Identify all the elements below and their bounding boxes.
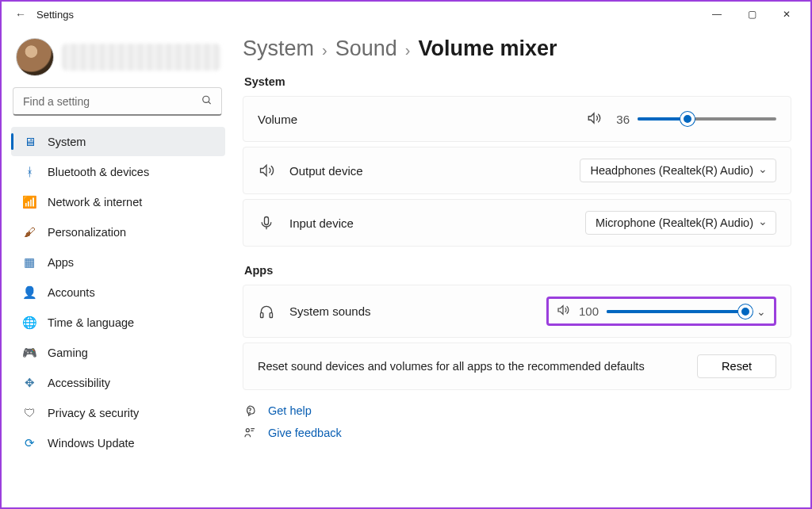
output-device-card: Output device Headphones (Realtek(R) Aud… <box>243 147 791 194</box>
nav-label: Apps <box>48 256 74 269</box>
gamepad-icon: 🎮 <box>22 346 36 360</box>
back-button[interactable]: ← <box>8 8 33 21</box>
bluetooth-icon: ᚼ <box>22 165 36 179</box>
nav-system[interactable]: 🖥System <box>11 127 225 156</box>
volume-value: 36 <box>611 113 630 126</box>
globe-clock-icon: 🌐 <box>22 316 36 330</box>
breadcrumb-sound[interactable]: Sound <box>335 36 397 61</box>
section-apps-heading: Apps <box>244 264 791 277</box>
person-icon: 👤 <box>22 285 36 300</box>
get-help-link[interactable]: Get help <box>268 404 312 417</box>
help-links: Get help Give feedback <box>243 404 791 439</box>
profile-header[interactable] <box>10 33 227 87</box>
page-title: Volume mixer <box>418 36 557 61</box>
input-label: Input device <box>289 216 354 230</box>
nav-time[interactable]: 🌐Time & language <box>11 308 225 337</box>
chevron-right-icon: › <box>405 41 411 59</box>
svg-point-10 <box>246 429 249 432</box>
speaker-icon[interactable] <box>557 304 569 319</box>
refresh-icon: ⟳ <box>22 436 36 450</box>
section-system-heading: System <box>244 75 791 88</box>
give-feedback-link[interactable]: Give feedback <box>268 427 342 439</box>
speaker-out-icon <box>258 163 275 178</box>
breadcrumb: System › Sound › Volume mixer <box>243 36 791 61</box>
headphones-icon <box>258 304 275 320</box>
nav-label: Time & language <box>48 316 134 329</box>
svg-point-9 <box>250 412 251 413</box>
svg-rect-4 <box>265 217 269 225</box>
nav-accessibility[interactable]: ✥Accessibility <box>11 368 225 397</box>
search-icon <box>201 95 213 109</box>
maximize-button[interactable]: ▢ <box>734 3 769 25</box>
minimize-button[interactable]: — <box>699 3 734 25</box>
reset-button[interactable]: Reset <box>697 354 776 378</box>
nav-list: 🖥System ᚼBluetooth & devices 📶Network & … <box>10 127 227 457</box>
avatar <box>16 38 54 76</box>
nav-label: Accounts <box>48 286 95 299</box>
volume-slider[interactable]: 36 <box>611 113 776 126</box>
nav-label: Windows Update <box>48 437 135 450</box>
input-device-select[interactable]: Microphone (Realtek(R) Audio) <box>585 211 776 235</box>
volume-card: Volume 36 <box>243 96 791 142</box>
nav-label: Accessibility <box>48 377 110 389</box>
window-controls: — ▢ ✕ <box>699 3 804 25</box>
svg-rect-7 <box>270 312 272 317</box>
nav-label: Personalization <box>48 226 126 239</box>
feedback-icon <box>243 427 257 439</box>
nav-label: Bluetooth & devices <box>48 166 149 178</box>
titlebar: ← Settings — ▢ ✕ <box>2 2 810 27</box>
speaker-icon[interactable] <box>587 111 601 128</box>
output-device-select[interactable]: Headphones (Realtek(R) Audio) <box>580 159 776 182</box>
nav-accounts[interactable]: 👤Accounts <box>11 277 225 307</box>
microphone-icon <box>258 215 275 231</box>
brush-icon: 🖌 <box>22 225 36 239</box>
system-sounds-card[interactable]: System sounds 100 ⌄ <box>243 285 791 338</box>
system-icon: 🖥 <box>22 135 36 149</box>
profile-name-redacted <box>62 44 220 71</box>
accessibility-icon: ✥ <box>22 376 36 390</box>
nav-network[interactable]: 📶Network & internet <box>11 187 225 216</box>
search-wrapper <box>13 87 222 116</box>
nav-personalization[interactable]: 🖌Personalization <box>11 217 225 247</box>
reset-card: Reset sound devices and volumes for all … <box>243 343 791 390</box>
svg-marker-3 <box>261 165 267 175</box>
sidebar: 🖥System ᚼBluetooth & devices 📶Network & … <box>2 27 232 507</box>
help-icon <box>243 404 257 417</box>
nav-bluetooth[interactable]: ᚼBluetooth & devices <box>11 157 225 186</box>
nav-label: Privacy & security <box>48 407 139 419</box>
chevron-right-icon: › <box>322 41 327 59</box>
main-content: System › Sound › Volume mixer System Vol… <box>232 27 810 507</box>
chevron-down-icon[interactable]: ⌄ <box>755 305 768 318</box>
shield-icon: 🛡 <box>22 406 36 420</box>
system-sounds-value: 100 <box>579 304 599 318</box>
input-device-card: Input device Microphone (Realtek(R) Audi… <box>243 199 791 247</box>
nav-gaming[interactable]: 🎮Gaming <box>11 338 225 367</box>
svg-line-1 <box>209 101 211 104</box>
nav-apps[interactable]: ▦Apps <box>11 247 225 277</box>
nav-label: Gaming <box>48 346 88 359</box>
system-sounds-label: System sounds <box>289 304 371 318</box>
highlighted-slider-box: 100 ⌄ <box>546 297 776 326</box>
output-label: Output device <box>289 164 363 178</box>
close-button[interactable]: ✕ <box>769 3 804 25</box>
nav-update[interactable]: ⟳Windows Update <box>11 428 225 457</box>
reset-text: Reset sound devices and volumes for all … <box>258 360 645 373</box>
search-input[interactable] <box>13 87 222 116</box>
nav-label: Network & internet <box>48 196 142 209</box>
breadcrumb-system[interactable]: System <box>243 36 314 61</box>
system-sounds-slider[interactable]: 100 <box>579 304 745 318</box>
nav-privacy[interactable]: 🛡Privacy & security <box>11 398 225 427</box>
wifi-icon: 📶 <box>22 195 36 209</box>
volume-label: Volume <box>258 113 297 126</box>
svg-point-0 <box>203 96 209 102</box>
nav-label: System <box>48 136 86 148</box>
svg-rect-6 <box>261 312 263 317</box>
svg-marker-2 <box>588 113 594 123</box>
window-title: Settings <box>36 9 74 21</box>
apps-icon: ▦ <box>22 255 36 270</box>
svg-marker-8 <box>558 306 563 315</box>
